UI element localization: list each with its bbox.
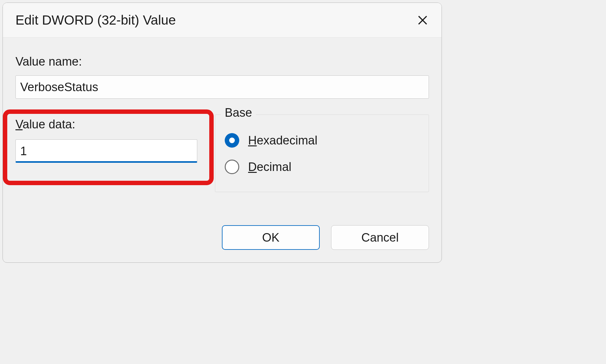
value-data-input[interactable]	[15, 139, 197, 163]
value-name-input[interactable]	[15, 75, 429, 99]
value-name-label: Value name:	[15, 55, 429, 68]
dialog-content: Value name: Value data: Base Hexadecimal	[3, 38, 442, 216]
value-data-label-accel: V	[15, 118, 23, 131]
value-data-label-rest: alue data:	[23, 118, 75, 131]
ok-button[interactable]: OK	[222, 225, 320, 250]
dialog-titlebar: Edit DWORD (32-bit) Value	[3, 3, 442, 38]
radio-hexadecimal-label: Hexadecimal	[248, 134, 318, 147]
radio-hexadecimal-indicator	[225, 133, 239, 148]
value-data-label: Value data:	[15, 118, 199, 131]
dialog-button-row: OK Cancel	[3, 216, 442, 262]
base-group: Base Hexadecimal Decimal	[215, 114, 429, 192]
edit-dword-dialog: Edit DWORD (32-bit) Value Value name: Va…	[3, 3, 442, 263]
radio-decimal-label: Decimal	[248, 160, 291, 174]
cancel-button[interactable]: Cancel	[331, 225, 429, 250]
value-data-group: Value data:	[15, 114, 199, 192]
value-name-group: Value name:	[15, 55, 429, 99]
close-button[interactable]	[413, 11, 432, 30]
close-icon	[417, 14, 429, 26]
radio-decimal[interactable]: Decimal	[225, 160, 419, 174]
radio-hexadecimal[interactable]: Hexadecimal	[225, 133, 419, 148]
dialog-title: Edit DWORD (32-bit) Value	[15, 13, 176, 28]
base-legend: Base	[221, 106, 256, 120]
middle-row: Value data: Base Hexadecimal Decimal	[15, 114, 429, 192]
radio-decimal-indicator	[225, 160, 239, 174]
